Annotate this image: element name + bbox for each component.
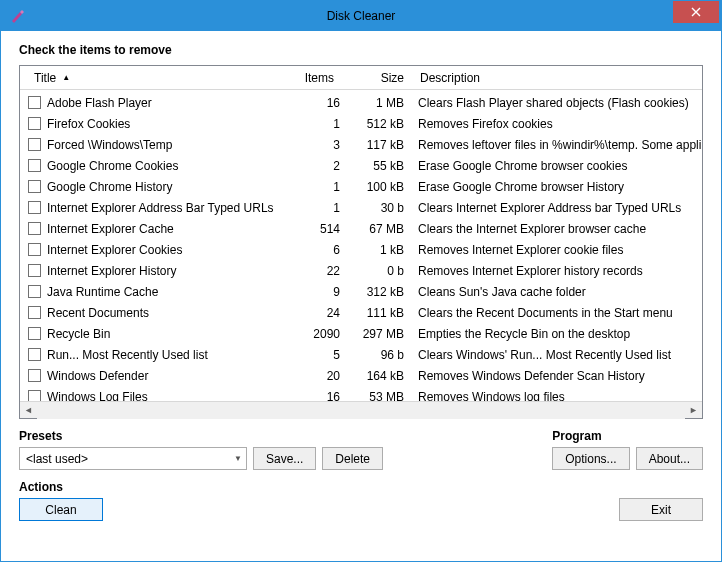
rows-container: Adobe Flash Player161 MBClears Flash Pla… xyxy=(20,90,702,401)
row-title: Windows Log Files xyxy=(47,390,280,402)
table-row[interactable]: Run... Most Recently Used list596 bClear… xyxy=(20,344,702,365)
row-checkbox[interactable] xyxy=(28,117,41,130)
row-description: Clears Internet Explorer Address bar Typ… xyxy=(414,201,702,215)
clean-button[interactable]: Clean xyxy=(19,498,103,521)
sort-asc-icon: ▲ xyxy=(62,73,70,82)
column-header-title[interactable]: Title▲ xyxy=(28,67,280,89)
row-checkbox[interactable] xyxy=(28,201,41,214)
row-description: Removes Internet Explorer cookie files xyxy=(414,243,702,257)
row-checkbox[interactable] xyxy=(28,96,41,109)
content-area: Check the items to remove Title▲ Items S… xyxy=(1,31,721,531)
column-header-description[interactable]: Description xyxy=(414,67,702,89)
table-row[interactable]: Google Chrome History1100 kBErase Google… xyxy=(20,176,702,197)
row-description: Removes leftover files in %windir%\temp.… xyxy=(414,138,702,152)
row-items: 9 xyxy=(280,285,340,299)
column-header-size[interactable]: Size xyxy=(340,67,414,89)
row-title: Recent Documents xyxy=(47,306,280,320)
row-description: Clears Flash Player shared objects (Flas… xyxy=(414,96,702,110)
row-title: Internet Explorer Cache xyxy=(47,222,280,236)
row-checkbox[interactable] xyxy=(28,348,41,361)
row-items: 5 xyxy=(280,348,340,362)
program-label: Program xyxy=(552,429,703,443)
window-title: Disk Cleaner xyxy=(327,9,396,23)
exit-button[interactable]: Exit xyxy=(619,498,703,521)
scroll-right-icon[interactable]: ► xyxy=(685,402,702,419)
row-checkbox[interactable] xyxy=(28,306,41,319)
column-headers: Title▲ Items Size Description xyxy=(20,66,702,90)
row-items: 3 xyxy=(280,138,340,152)
row-items: 1 xyxy=(280,180,340,194)
row-description: Removes Firefox cookies xyxy=(414,117,702,131)
table-row[interactable]: Java Runtime Cache9312 kBCleans Sun's Ja… xyxy=(20,281,702,302)
chevron-down-icon: ▼ xyxy=(234,454,242,463)
row-size: 53 MB xyxy=(340,390,414,402)
row-size: 30 b xyxy=(340,201,414,215)
row-description: Erase Google Chrome browser History xyxy=(414,180,702,194)
row-checkbox[interactable] xyxy=(28,369,41,382)
row-description: Removes Windows Defender Scan History xyxy=(414,369,702,383)
row-title: Recycle Bin xyxy=(47,327,280,341)
row-size: 55 kB xyxy=(340,159,414,173)
row-size: 0 b xyxy=(340,264,414,278)
row-checkbox[interactable] xyxy=(28,159,41,172)
row-checkbox[interactable] xyxy=(28,138,41,151)
row-items: 1 xyxy=(280,201,340,215)
table-row[interactable]: Recent Documents24111 kBClears the Recen… xyxy=(20,302,702,323)
row-items: 2 xyxy=(280,159,340,173)
actions-label: Actions xyxy=(19,480,103,494)
row-checkbox[interactable] xyxy=(28,180,41,193)
table-row[interactable]: Internet Explorer Cache51467 MBClears th… xyxy=(20,218,702,239)
table-row[interactable]: Internet Explorer History220 bRemoves In… xyxy=(20,260,702,281)
items-listbox: Title▲ Items Size Description Adobe Flas… xyxy=(19,65,703,419)
table-row[interactable]: Recycle Bin2090297 MBEmpties the Recycle… xyxy=(20,323,702,344)
row-checkbox[interactable] xyxy=(28,285,41,298)
row-description: Cleans Sun's Java cache folder xyxy=(414,285,702,299)
row-description: Empties the Recycle Bin on the desktop xyxy=(414,327,702,341)
row-description: Erase Google Chrome browser cookies xyxy=(414,159,702,173)
column-header-items[interactable]: Items xyxy=(280,67,340,89)
row-description: Clears the Recent Documents in the Start… xyxy=(414,306,702,320)
table-row[interactable]: Windows Log Files1653 MBRemoves Windows … xyxy=(20,386,702,401)
table-row[interactable]: Forced \Windows\Temp3117 kBRemoves lefto… xyxy=(20,134,702,155)
table-row[interactable]: Adobe Flash Player161 MBClears Flash Pla… xyxy=(20,92,702,113)
row-items: 16 xyxy=(280,390,340,402)
row-size: 312 kB xyxy=(340,285,414,299)
row-checkbox[interactable] xyxy=(28,222,41,235)
row-title: Java Runtime Cache xyxy=(47,285,280,299)
table-row[interactable]: Windows Defender20164 kBRemoves Windows … xyxy=(20,365,702,386)
row-items: 2090 xyxy=(280,327,340,341)
options-button[interactable]: Options... xyxy=(552,447,629,470)
table-row[interactable]: Internet Explorer Address Bar Typed URLs… xyxy=(20,197,702,218)
row-checkbox[interactable] xyxy=(28,327,41,340)
row-description: Clears Windows' Run... Most Recently Use… xyxy=(414,348,702,362)
horizontal-scrollbar[interactable]: ◄ ► xyxy=(20,401,702,418)
table-row[interactable]: Internet Explorer Cookies61 kBRemoves In… xyxy=(20,239,702,260)
scroll-left-icon[interactable]: ◄ xyxy=(20,402,37,419)
row-description: Clears the Internet Explorer browser cac… xyxy=(414,222,702,236)
save-button[interactable]: Save... xyxy=(253,447,316,470)
titlebar: Disk Cleaner xyxy=(1,1,721,31)
row-checkbox[interactable] xyxy=(28,243,41,256)
row-title: Forced \Windows\Temp xyxy=(47,138,280,152)
row-title: Google Chrome History xyxy=(47,180,280,194)
row-size: 67 MB xyxy=(340,222,414,236)
close-icon xyxy=(691,7,701,17)
close-button[interactable] xyxy=(673,1,719,23)
presets-selected: <last used> xyxy=(26,452,88,466)
about-button[interactable]: About... xyxy=(636,447,703,470)
table-row[interactable]: Google Chrome Cookies255 kBErase Google … xyxy=(20,155,702,176)
scroll-track[interactable] xyxy=(37,402,685,419)
row-title: Windows Defender xyxy=(47,369,280,383)
row-title: Internet Explorer Address Bar Typed URLs xyxy=(47,201,280,215)
presets-combo[interactable]: <last used> ▼ xyxy=(19,447,247,470)
row-checkbox[interactable] xyxy=(28,264,41,277)
row-checkbox[interactable] xyxy=(28,390,41,401)
row-title: Internet Explorer History xyxy=(47,264,280,278)
row-size: 164 kB xyxy=(340,369,414,383)
row-size: 512 kB xyxy=(340,117,414,131)
row-size: 111 kB xyxy=(340,306,414,320)
row-title: Internet Explorer Cookies xyxy=(47,243,280,257)
table-row[interactable]: Firefox Cookies1512 kBRemoves Firefox co… xyxy=(20,113,702,134)
delete-button[interactable]: Delete xyxy=(322,447,383,470)
row-title: Google Chrome Cookies xyxy=(47,159,280,173)
